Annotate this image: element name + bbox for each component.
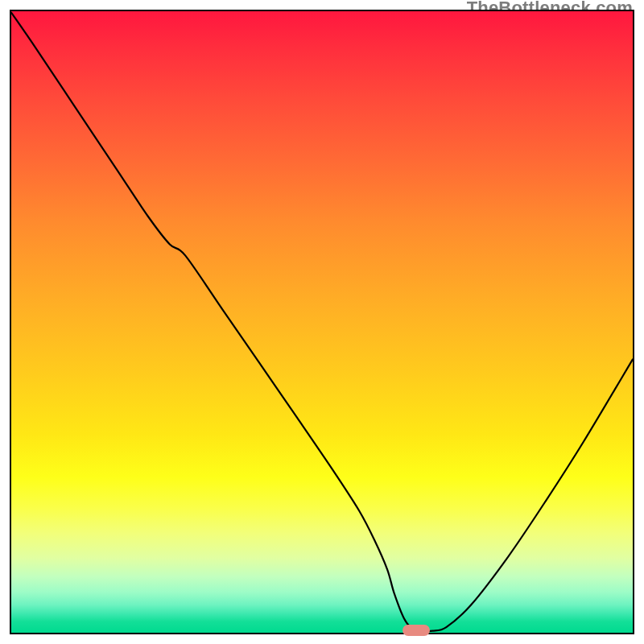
bottleneck-curve — [11, 13, 633, 632]
optimal-marker — [402, 625, 430, 636]
curve-svg — [11, 11, 633, 633]
bottleneck-chart: TheBottleneck.com — [0, 0, 644, 644]
plot-area — [10, 10, 634, 634]
